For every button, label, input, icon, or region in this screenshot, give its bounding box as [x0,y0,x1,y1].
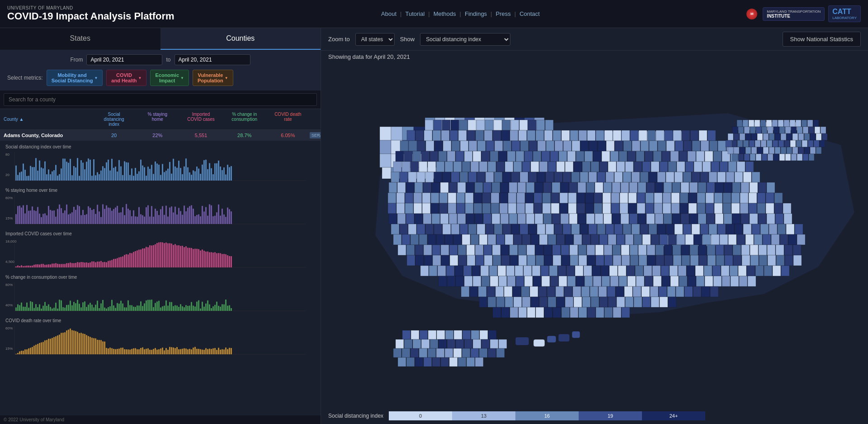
county-tile[interactable] [728,162,736,172]
county-tile[interactable] [520,141,528,151]
county-tile[interactable] [602,276,610,286]
county-tile[interactable] [606,141,614,151]
county-tile[interactable] [666,141,675,151]
county-tile[interactable] [539,234,547,245]
county-tile[interactable] [436,234,444,245]
date-to-input[interactable] [175,54,250,65]
county-tile[interactable] [476,120,485,130]
county-tile[interactable] [424,357,432,367]
county-tile[interactable] [608,162,616,172]
county-tile[interactable] [481,266,489,276]
county-tile[interactable] [612,182,620,193]
county-tile[interactable] [432,182,440,193]
county-tile[interactable] [664,214,672,224]
county-tile[interactable] [670,151,679,162]
county-tile[interactable] [469,141,477,151]
county-tile[interactable] [585,203,594,214]
county-tile[interactable] [439,193,448,203]
county-tile[interactable] [608,234,616,245]
county-tile[interactable] [576,151,584,162]
county-tile[interactable] [747,266,755,276]
county-tile[interactable] [524,276,533,286]
county-tile[interactable] [552,182,560,193]
county-tile[interactable] [756,154,761,161]
county-tile[interactable] [482,203,491,214]
county-tile[interactable] [625,297,633,307]
county-tile[interactable] [458,357,466,367]
county-tile[interactable] [737,140,743,147]
county-tile[interactable] [512,141,520,151]
county-tile[interactable] [419,234,427,245]
county-tile[interactable] [458,245,466,255]
county-tile[interactable] [468,224,476,234]
county-tile[interactable] [544,130,552,141]
county-tile[interactable] [590,286,598,297]
county-tile[interactable] [675,224,683,234]
county-tile[interactable] [661,266,669,276]
county-tile[interactable] [570,255,578,266]
county-tile[interactable] [698,182,706,193]
county-tile[interactable] [722,276,730,286]
county-tile[interactable] [630,255,638,266]
county-tile[interactable] [750,182,758,193]
county-tile[interactable] [461,286,469,297]
county-tile[interactable] [488,162,496,172]
county-tile[interactable] [509,182,517,193]
county-tile[interactable] [490,151,498,162]
county-tile[interactable] [701,141,709,151]
county-tile[interactable] [568,193,576,203]
county-tile[interactable] [689,193,697,203]
county-tile[interactable] [749,120,754,127]
county-tile[interactable] [425,172,434,182]
county-tile[interactable] [492,214,500,224]
county-tile[interactable] [594,203,602,214]
county-tile[interactable] [473,151,481,162]
county-tile[interactable] [755,266,764,276]
county-tile[interactable] [405,203,413,214]
county-tile[interactable] [501,255,509,266]
county-tile[interactable] [499,276,507,286]
county-tile[interactable] [501,245,509,255]
county-tile[interactable] [565,162,573,172]
county-tile[interactable] [488,297,496,307]
county-tile[interactable] [596,130,604,141]
county-tile[interactable] [586,214,594,224]
county-tile[interactable] [511,120,519,130]
county-tile[interactable] [647,130,656,141]
nav-findings[interactable]: Findings [465,10,487,17]
county-tile[interactable] [639,255,647,266]
county-tile[interactable] [415,130,424,141]
county-tile[interactable] [538,286,547,297]
county-tile[interactable] [731,203,740,214]
county-tile[interactable] [662,276,670,286]
county-tile[interactable] [563,141,571,151]
county-tile[interactable] [420,266,429,276]
county-tile[interactable] [544,307,552,318]
county-tile[interactable] [446,266,454,276]
county-tile[interactable] [580,224,588,234]
county-tile[interactable] [798,147,804,154]
county-tile[interactable] [499,339,507,348]
county-tile[interactable] [741,214,749,224]
county-tile[interactable] [545,120,553,130]
county-tile[interactable] [807,120,813,127]
county-tile[interactable] [535,182,543,193]
county-tile[interactable] [813,120,819,127]
county-tile[interactable] [793,255,802,266]
county-tile[interactable] [527,307,535,318]
county-tile[interactable] [779,127,785,133]
county-tile[interactable] [698,214,706,224]
county-tile[interactable] [407,255,415,266]
county-tile[interactable] [447,151,455,162]
county-tile[interactable] [527,255,535,266]
county-tile[interactable] [657,172,665,182]
county-tile[interactable] [516,151,524,162]
county-tile[interactable] [808,140,813,147]
county-tile[interactable] [402,234,410,245]
county-tile[interactable] [550,276,558,286]
county-tile[interactable] [476,130,484,141]
county-tile[interactable] [660,234,668,245]
county-tile[interactable] [692,141,700,151]
county-tile[interactable] [656,245,664,255]
county-tile[interactable] [574,234,582,245]
